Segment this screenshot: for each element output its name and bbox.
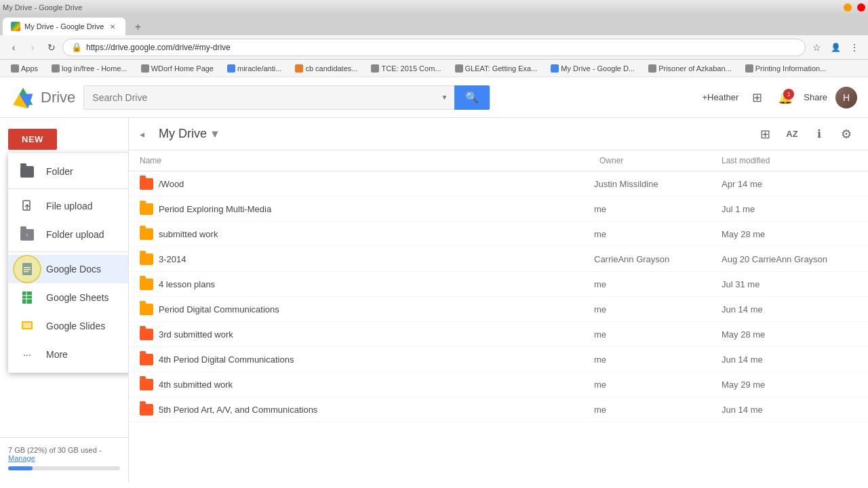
folder-icon-container (140, 302, 153, 316)
bookmark-tce[interactable]: TCE: 2015 Com... (366, 63, 446, 74)
bookmark-login[interactable]: log in/free - Home... (46, 63, 133, 74)
menu-item-google-slides[interactable]: Google Slides (8, 312, 129, 340)
active-tab[interactable]: My Drive - Google Drive ✕ (3, 18, 125, 35)
grid-view-toggle-btn[interactable]: ⊞ (754, 123, 776, 145)
storage-manage-link[interactable]: Manage (8, 454, 35, 462)
folder-icon-container (140, 252, 153, 266)
file-modified: Apr 14 me (722, 179, 857, 189)
file-row[interactable]: submitted work me May 28 me (129, 222, 868, 247)
slides-icon (19, 318, 35, 334)
share-btn[interactable]: Share (804, 92, 827, 102)
info-btn[interactable]: ℹ (808, 123, 830, 145)
breadcrumb-dropdown-icon: ▼ (210, 128, 220, 140)
file-row[interactable]: 4th Period Digital Communications me Jun… (129, 347, 868, 372)
menu-item-folder[interactable]: Folder (8, 157, 129, 186)
close-btn[interactable] (857, 3, 865, 12)
col-header-name: Name (140, 156, 599, 165)
tab-bar: My Drive - Google Drive ✕ + (0, 15, 868, 35)
back-btn[interactable]: ‹ (5, 39, 22, 56)
forward-btn[interactable]: › (24, 39, 41, 56)
file-row[interactable]: /Wood Justin Missildine Apr 14 me (129, 171, 868, 197)
drive-sidebar: NEW Folder File upload (0, 118, 129, 483)
breadcrumb[interactable]: My Drive ▼ (159, 127, 220, 141)
sort-az-icon: AZ (786, 129, 797, 139)
settings-btn[interactable]: ⚙ (835, 123, 857, 145)
file-row[interactable]: 3-2014 CarrieAnn Grayson Aug 20 CarrieAn… (129, 247, 868, 272)
file-owner: me (594, 304, 716, 314)
bookmark-btn[interactable]: ☆ (808, 39, 825, 56)
search-bar[interactable]: ▼ 🔍 (83, 85, 490, 110)
file-row[interactable]: 4th submitted work me May 29 me (129, 372, 868, 397)
folder-icon-container (140, 327, 153, 341)
file-owner: me (594, 229, 716, 239)
folder-icon-container (140, 227, 153, 241)
file-row[interactable]: 5th Period Art, A/V, and Communications … (129, 397, 868, 422)
docs-icon (19, 261, 35, 277)
bookmark-favicon (551, 64, 559, 73)
search-input[interactable] (84, 92, 434, 103)
file-owner: me (594, 279, 716, 289)
file-owner: Justin Missildine (594, 179, 716, 189)
file-owner: me (594, 405, 716, 415)
menu-divider (8, 188, 129, 189)
menu-item-more-label: More (46, 349, 68, 360)
menu-item-folder-upload[interactable]: ↑ Folder upload (8, 220, 129, 249)
bookmark-miracle[interactable]: miracle/anti... (222, 63, 287, 74)
address-bar[interactable]: 🔒 https://drive.google.com/drive/#my-dri… (62, 39, 806, 56)
file-row[interactable]: Period Exploring Multi-Media me Jul 1 me (129, 197, 868, 222)
search-icon: 🔍 (465, 91, 479, 104)
file-modified: Jul 31 me (722, 279, 857, 289)
file-row[interactable]: 3rd submitted work me May 28 me (129, 322, 868, 347)
new-tab-btn[interactable]: + (128, 19, 147, 35)
file-modified: May 28 me (722, 229, 857, 239)
file-upload-icon (19, 198, 35, 214)
bookmark-favicon (52, 64, 60, 73)
svg-rect-14 (23, 323, 31, 328)
file-name: 3rd submitted work (159, 329, 589, 340)
file-owner: me (594, 380, 716, 390)
bookmark-favicon (295, 64, 303, 73)
user-avatar[interactable]: H (835, 87, 857, 108)
drive-header: Drive ▼ 🔍 +Heather ⊞ 🔔 1 Share H (0, 77, 868, 118)
file-modified: Aug 20 CarrieAnn Grayson (722, 254, 857, 264)
search-submit-btn[interactable]: 🔍 (454, 85, 490, 110)
svg-rect-9 (22, 291, 32, 304)
tab-close-btn[interactable]: ✕ (108, 22, 117, 31)
bookmark-apps[interactable]: Apps (5, 63, 43, 74)
new-button[interactable]: NEW (8, 129, 57, 150)
menu-item-google-sheets[interactable]: Google Sheets (8, 283, 129, 312)
menu-item-more[interactable]: ··· More › (8, 340, 129, 369)
bookmarks-bar: Apps log in/free - Home... WDorf Home Pa… (0, 60, 868, 77)
file-name: 3-2014 (159, 254, 589, 264)
bookmark-cb[interactable]: cb candidates... (290, 63, 363, 74)
storage-bar-fill (8, 466, 33, 470)
storage-bar (8, 466, 120, 470)
menu-item-file-upload[interactable]: File upload (8, 192, 129, 220)
bookmark-prisoner[interactable]: Prisoner of Azkaban... (643, 63, 737, 74)
file-row[interactable]: Period Digital Communications me Jun 14 … (129, 297, 868, 322)
drive-header-right: +Heather ⊞ 🔔 1 Share H (702, 87, 857, 108)
bookmark-gleat[interactable]: GLEAT: Getting Exa... (450, 63, 543, 74)
search-dropdown-btn[interactable]: ▼ (434, 94, 454, 101)
folder-icon-container (140, 352, 153, 366)
file-modified: Jun 14 me (722, 304, 857, 314)
profile-btn[interactable]: 👤 (827, 39, 844, 56)
svg-rect-6 (24, 267, 31, 268)
minimize-btn[interactable] (844, 3, 852, 12)
sidebar-toggle-btn[interactable]: ◂ (140, 129, 153, 140)
reload-btn[interactable]: ↻ (43, 39, 60, 56)
folder-icon (140, 228, 153, 240)
folder-icon-container (140, 403, 153, 416)
heather-link[interactable]: +Heather (702, 92, 738, 102)
sort-btn[interactable]: AZ (781, 123, 803, 145)
extensions-btn[interactable]: ⋮ (846, 39, 863, 56)
bookmark-wdorf[interactable]: WDorf Home Page (136, 63, 219, 74)
notification-btn[interactable]: 🔔 1 (775, 87, 795, 108)
grid-view-btn[interactable]: ⊞ (747, 87, 767, 108)
folder-icon (140, 354, 153, 365)
bookmark-printing[interactable]: Printing Information... (740, 63, 832, 74)
browser-chrome: My Drive - Google Drive My Drive - Googl… (0, 0, 868, 77)
bookmark-mydrive[interactable]: My Drive - Google D... (545, 63, 640, 74)
menu-item-google-docs[interactable]: Google Docs (8, 255, 129, 283)
file-row[interactable]: 4 lesson plans me Jul 31 me (129, 272, 868, 297)
